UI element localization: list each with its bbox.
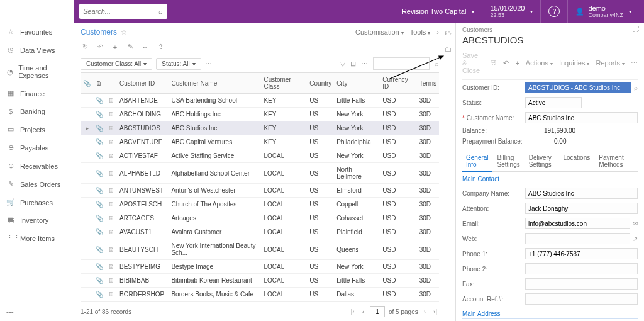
table-row[interactable]: 📎🗎BEAUTYSCHNew York International Beauty… [80,239,439,260]
sidebar-item-receivables[interactable]: ⊕Receivables [0,157,74,175]
refresh-icon[interactable]: ↻ [80,43,89,51]
column-header[interactable]: Country [307,73,334,94]
note-icon[interactable]: 🗎 [108,277,114,284]
note-icon[interactable]: 🗎 [108,291,114,298]
page-last[interactable]: ›| [431,308,439,315]
column-header[interactable] [106,73,117,94]
customisation-menu[interactable]: Customisation [355,28,404,36]
sidebar-item-sales-orders[interactable]: ✎Sales Orders [0,175,74,193]
email-field[interactable] [525,218,630,229]
table-row[interactable]: 📎🗎BORDERSHOPBorders Books, Music & CafeL… [80,288,439,301]
table-row[interactable]: 📎🗎ARTCAGESArtcagesLOCALUSCohassetUSD30D [80,211,439,225]
note-icon[interactable]: 🗎 [108,152,114,159]
tools-menu[interactable]: Tools [410,28,431,36]
page-first[interactable]: |‹ [349,308,357,315]
attach-icon[interactable]: 📎 [96,170,103,177]
attach-icon[interactable]: 📎 [96,228,103,235]
account-ref-field[interactable] [525,293,638,305]
grid-search-icon[interactable]: ⌕ [435,60,439,67]
table-row[interactable]: 📎🗎APOSTELSCHChurch of The ApostlesLOCALU… [80,198,439,211]
save-icon[interactable]: 🖫 [490,59,497,67]
sidebar-item-inventory[interactable]: ⛟Inventory [0,211,74,229]
tenant-selector[interactable]: Revision Two Capital [394,0,482,23]
column-header[interactable]: Currency ID [380,73,416,94]
adjustcol-icon[interactable]: ↔ [141,43,150,51]
sidebar-item-more-items[interactable]: ⋮⋮More Items [0,229,74,247]
collapse-icon[interactable]: › [436,28,439,36]
filter-status[interactable]: Status: All▾ [156,58,201,70]
note-icon[interactable]: 🗎 [108,111,114,118]
attach-icon[interactable]: 📎 [96,111,103,118]
table-row[interactable]: 📎🗎ABCVENTUREABC Capital VenturesKEYUSPhi… [80,135,439,149]
search-icon[interactable]: ⌕ [153,8,167,15]
table-row[interactable]: 📎🗎AVACUST1Avalara CustomerLOCALUSPlainfi… [80,225,439,239]
save-close-button[interactable]: Save & Close [462,52,484,74]
note-icon[interactable]: 🗎 [108,187,114,194]
note-icon[interactable]: 🗎 [108,125,114,132]
tab-billing-settings[interactable]: Billing Settings [494,152,524,171]
page-input[interactable] [370,306,385,317]
sidebar-item-purchases[interactable]: 🛒Purchases [0,193,74,211]
column-header[interactable]: City [334,73,380,94]
attach-icon[interactable]: 📎 [96,215,103,222]
add-icon[interactable]: + [111,43,119,51]
phone1-field[interactable] [525,248,638,259]
attach-icon[interactable]: 📎 [96,246,103,253]
table-row[interactable]: 📎🗎ANTUNSWESTAntun's of WestchesterLOCALU… [80,184,439,198]
detail-overflow-icon[interactable]: ⋯ [631,59,638,67]
sidebar-item-time-expenses[interactable]: ◔Time and Expenses [0,59,74,84]
note-icon[interactable]: 🗎 [108,138,114,145]
page-prev[interactable]: ‹ [360,308,366,315]
inquiries-menu[interactable]: Inquiries [559,59,590,67]
email-icon[interactable]: ✉ [633,220,638,227]
column-header[interactable]: Terms [417,73,439,94]
undo-icon[interactable]: ↶ [503,59,509,67]
sidebar-collapse[interactable]: ••• [6,308,14,316]
tabs-overflow-icon[interactable]: ⋯ [631,152,638,171]
attach-icon[interactable]: 📎 [96,97,103,104]
column-header[interactable]: Customer Name [169,73,261,94]
lookup-icon[interactable]: ⌕ [634,84,638,91]
table-row[interactable]: ▸📎🗎ABCSTUDIOSABC Studios IncKEYUSNew Yor… [80,121,439,135]
undo-icon[interactable]: ↶ [96,43,104,51]
phone2-field[interactable] [525,263,638,274]
fax-field[interactable] [525,278,638,290]
table-row[interactable]: 📎🗎BESTYPEIMGBestype ImageLOCALUSNew York… [80,260,439,274]
add-icon[interactable]: + [515,59,519,67]
table-row[interactable]: 📎🗎ACTIVESTAFActive Staffing ServiceLOCAL… [80,149,439,163]
column-header[interactable]: Customer Class [261,73,307,94]
note-icon[interactable]: 🗎 [108,228,114,235]
note-icon[interactable]: 🗎 [108,97,114,104]
attach-icon[interactable]: 📎 [96,201,103,208]
column-header[interactable]: 🗎 [93,73,106,94]
sidebar-item-payables[interactable]: ⊖Payables [0,138,74,157]
export-icon[interactable]: ⇪ [156,43,165,51]
customers-grid[interactable]: 📎🗎Customer IDCustomer NameCustomer Class… [80,72,439,301]
sidebar-item-data-views[interactable]: ◷Data Views [0,41,74,59]
company-field[interactable] [525,188,638,199]
filter-funnel-icon[interactable]: ▽ [340,60,345,68]
tab-payment-methods[interactable]: Payment Methods [595,152,630,171]
note-icon[interactable]: 🗎 [108,201,114,208]
edit-icon[interactable]: ✎ [126,43,135,51]
attach-icon[interactable]: 📎 [96,152,103,159]
filter-overflow-icon[interactable]: ⋯ [361,60,368,68]
global-search[interactable]: ⌕ [79,4,167,19]
attach-icon[interactable]: 📎 [96,291,103,298]
sidebar-item-favourites[interactable]: ☆Favourites [0,23,74,41]
attach-icon[interactable]: 📎 [96,187,103,194]
note-icon[interactable]: 🗎 [108,170,114,177]
customer-name-field[interactable] [525,112,638,123]
attach-icon[interactable]: 📎 [96,263,103,270]
page-next[interactable]: › [422,308,428,315]
tab-delivery-settings[interactable]: Delivery Settings [525,152,558,171]
filter-more-icon[interactable]: ⋯ [205,60,212,68]
date-selector[interactable]: 15/01/2020 22:53 [482,0,540,23]
table-row[interactable]: 📎🗎BIBIMBABBibimbab Korean RestaurantLOCA… [80,274,439,288]
table-row[interactable]: 📎🗎ABCHOLDINGABC Holdings IncKEYUSNew Yor… [80,108,439,121]
note-icon[interactable]: 🗎 [108,215,114,222]
table-row[interactable]: 📎🗎ABARTENDEUSA Bartending SchoolKEYUSLit… [80,94,439,108]
help-button[interactable]: ? [540,0,567,23]
attention-field[interactable] [525,203,638,214]
grid-search-input[interactable] [373,57,430,70]
